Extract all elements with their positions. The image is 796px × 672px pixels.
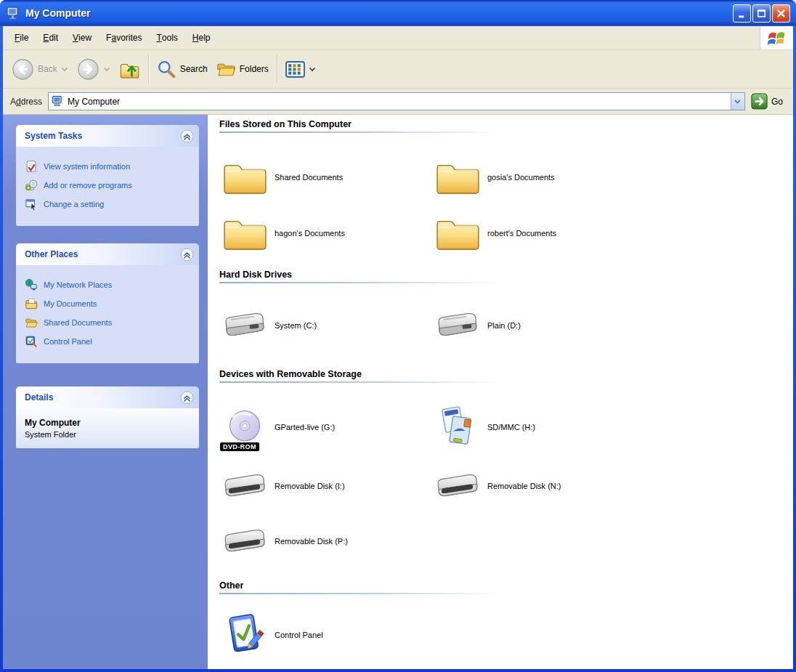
task-label: Change a setting bbox=[44, 198, 104, 211]
folders-icon bbox=[216, 60, 236, 79]
item-roberts-documents[interactable]: robert's Documents bbox=[432, 205, 645, 261]
section-rule bbox=[219, 593, 499, 594]
forward-icon bbox=[77, 58, 99, 81]
task-add-remove-programs[interactable]: Add or remove programs bbox=[25, 179, 195, 192]
removable-disk-icon bbox=[222, 525, 268, 557]
item-gparted-live-g[interactable]: DVD-ROM GParted-live (G:) bbox=[219, 396, 432, 458]
address-bar: Address My Computer Go bbox=[3, 89, 793, 115]
folder-icon bbox=[222, 215, 267, 251]
task-label: Add or remove programs bbox=[44, 179, 132, 192]
my-computer-icon bbox=[6, 6, 21, 21]
item-label: Removable Disk (N:) bbox=[487, 482, 561, 490]
folder-icon bbox=[222, 159, 267, 195]
item-label: GParted-live (G:) bbox=[275, 423, 335, 432]
removable-disk-icon bbox=[434, 470, 481, 502]
drives-grid: System (C:) Plain (D:) bbox=[219, 302, 793, 349]
close-button[interactable] bbox=[772, 4, 790, 23]
task-label: View system information bbox=[44, 160, 130, 173]
task-change-a-setting[interactable]: Change a setting bbox=[25, 198, 195, 211]
back-dropdown-icon[interactable] bbox=[61, 67, 68, 72]
maximize-button[interactable] bbox=[752, 4, 771, 23]
item-label: gosia's Documents bbox=[487, 173, 555, 182]
files-grid: Shared Documents gosia's Documents hagon… bbox=[219, 149, 793, 261]
section-title-hard-disk-drives: Hard Disk Drives bbox=[219, 267, 793, 280]
other-grid: Control Panel bbox=[219, 606, 793, 664]
item-plain-d[interactable]: Plain (D:) bbox=[432, 302, 645, 349]
menu-help[interactable]: Help bbox=[185, 26, 218, 49]
address-label: Address bbox=[7, 97, 48, 107]
link-label: My Network Places bbox=[44, 278, 112, 291]
go-icon bbox=[751, 93, 768, 110]
network-places-icon bbox=[25, 278, 38, 291]
menu-tools[interactable]: Tools bbox=[149, 26, 184, 49]
hard-disk-icon bbox=[222, 309, 268, 341]
item-shared-documents[interactable]: Shared Documents bbox=[219, 149, 432, 205]
item-label: Removable Disk (P:) bbox=[275, 537, 348, 546]
section-title-files-stored: Files Stored on This Computer bbox=[219, 116, 793, 129]
collapse-chevron-icon[interactable] bbox=[180, 129, 194, 143]
menu-edit[interactable]: Edit bbox=[36, 26, 65, 49]
system-tasks-panel: System Tasks View system information Add… bbox=[16, 125, 199, 226]
control-panel-icon bbox=[224, 611, 265, 659]
system-tasks-header[interactable]: System Tasks bbox=[16, 125, 199, 147]
views-dropdown-icon[interactable] bbox=[309, 67, 316, 72]
link-control-panel[interactable]: Control Panel bbox=[25, 335, 195, 348]
item-label: Plain (D:) bbox=[487, 321, 521, 330]
folders-button[interactable]: Folders bbox=[212, 53, 273, 85]
menu-favorites[interactable]: Favorites bbox=[99, 26, 149, 49]
collapse-chevron-icon[interactable] bbox=[180, 391, 194, 405]
search-icon bbox=[157, 60, 176, 79]
back-button[interactable]: Back bbox=[7, 53, 73, 85]
change-setting-icon bbox=[25, 198, 38, 211]
up-button[interactable] bbox=[115, 53, 145, 85]
other-places-header[interactable]: Other Places bbox=[16, 243, 199, 265]
link-label: Shared Documents bbox=[44, 316, 112, 329]
forward-dropdown-icon[interactable] bbox=[103, 67, 110, 72]
item-gosias-documents[interactable]: gosia's Documents bbox=[432, 149, 645, 205]
link-shared-documents[interactable]: Shared Documents bbox=[25, 316, 195, 329]
dvd-rom-badge: DVD-ROM bbox=[220, 442, 259, 451]
dvd-drive-icon bbox=[224, 409, 266, 445]
collapse-chevron-icon[interactable] bbox=[180, 248, 194, 262]
item-label: Control Panel bbox=[275, 631, 323, 639]
task-pane: System Tasks View system information Add… bbox=[3, 115, 208, 669]
views-button[interactable] bbox=[281, 53, 320, 85]
windows-logo bbox=[760, 26, 793, 49]
go-label: Go bbox=[771, 97, 783, 107]
menu-view[interactable]: View bbox=[65, 26, 99, 49]
removable-grid: DVD-ROM GParted-live (G:) SD/MMC (H:) Re… bbox=[219, 396, 793, 569]
item-control-panel[interactable]: Control Panel bbox=[219, 606, 432, 664]
link-label: Control Panel bbox=[44, 335, 92, 348]
task-view-system-information[interactable]: View system information bbox=[25, 160, 195, 173]
item-removable-disk-i[interactable]: Removable Disk (I:) bbox=[219, 458, 432, 514]
system-information-icon bbox=[25, 160, 38, 173]
item-label: Shared Documents bbox=[275, 173, 343, 182]
go-button[interactable]: Go bbox=[745, 93, 789, 110]
link-my-documents[interactable]: My Documents bbox=[25, 297, 195, 310]
menu-file[interactable]: File bbox=[7, 26, 36, 49]
item-removable-disk-n[interactable]: Removable Disk (N:) bbox=[432, 458, 645, 514]
forward-button[interactable] bbox=[73, 53, 115, 85]
system-tasks-title: System Tasks bbox=[25, 131, 82, 141]
address-value: My Computer bbox=[68, 97, 731, 107]
link-my-network-places[interactable]: My Network Places bbox=[25, 278, 195, 291]
close-icon bbox=[774, 7, 788, 20]
my-computer-window: My Computer File Edit View Favorites Too… bbox=[0, 0, 796, 672]
main-area: System Tasks View system information Add… bbox=[3, 115, 793, 669]
item-system-c[interactable]: System (C:) bbox=[219, 302, 432, 349]
minimize-button[interactable] bbox=[733, 4, 751, 23]
address-input[interactable]: My Computer bbox=[48, 92, 745, 110]
details-body: My Computer System Folder bbox=[16, 408, 199, 448]
address-dropdown-button[interactable] bbox=[731, 93, 744, 110]
folders-label: Folders bbox=[240, 64, 269, 74]
removable-disk-icon bbox=[222, 470, 268, 502]
item-sd-mmc-h[interactable]: SD/MMC (H:) bbox=[432, 396, 645, 458]
minimize-icon bbox=[735, 7, 749, 20]
item-removable-disk-p[interactable]: Removable Disk (P:) bbox=[219, 514, 432, 569]
item-hagons-documents[interactable]: hagon's Documents bbox=[219, 205, 432, 261]
control-panel-icon bbox=[25, 335, 38, 348]
details-header[interactable]: Details bbox=[16, 386, 199, 408]
title-bar[interactable]: My Computer bbox=[0, 0, 796, 26]
search-button[interactable]: Search bbox=[153, 53, 212, 85]
back-label: Back bbox=[38, 64, 57, 74]
